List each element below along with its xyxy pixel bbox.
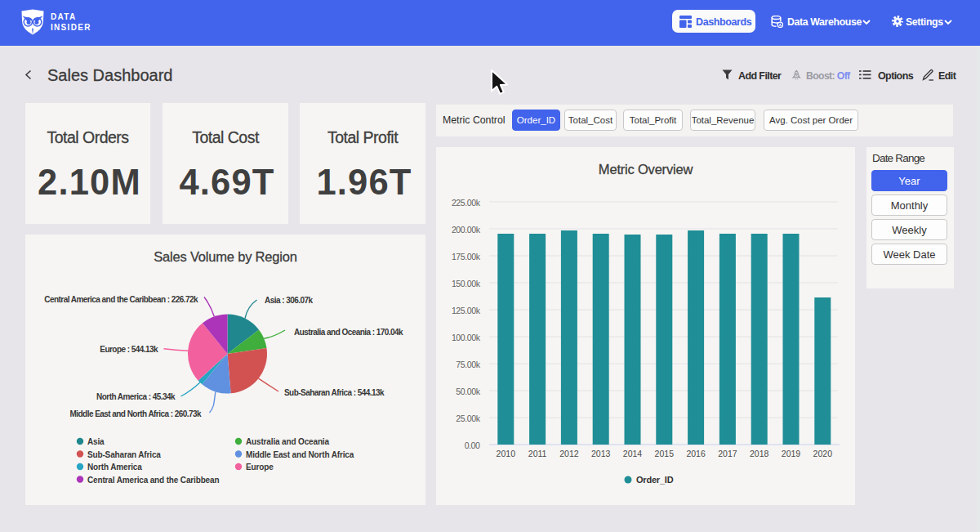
svg-text:2012: 2012 (559, 449, 579, 458)
svg-text:2015: 2015 (655, 449, 675, 458)
svg-text:2013: 2013 (591, 449, 611, 458)
svg-text:100.00k: 100.00k (452, 333, 481, 342)
svg-text:Order_ID: Order_ID (636, 475, 674, 485)
svg-text:2018: 2018 (750, 449, 769, 458)
svg-text:2017: 2017 (718, 449, 737, 458)
svg-text:175.00k: 175.00k (452, 252, 481, 262)
svg-text:2016: 2016 (686, 449, 706, 458)
svg-text:225.00k: 225.00k (452, 198, 481, 208)
svg-text:0.00: 0.00 (465, 440, 480, 450)
svg-text:25.00k: 25.00k (456, 414, 480, 423)
svg-text:125.00k: 125.00k (452, 306, 481, 315)
svg-text:2011: 2011 (528, 449, 547, 458)
svg-text:150.00k: 150.00k (452, 279, 481, 288)
svg-text:2020: 2020 (813, 449, 833, 458)
svg-text:75.00k: 75.00k (456, 360, 480, 369)
svg-text:200.00k: 200.00k (452, 225, 481, 235)
svg-text:2019: 2019 (782, 449, 801, 458)
svg-text:50.00k: 50.00k (456, 387, 480, 396)
svg-text:2014: 2014 (623, 449, 643, 458)
svg-text:2010: 2010 (497, 449, 516, 458)
